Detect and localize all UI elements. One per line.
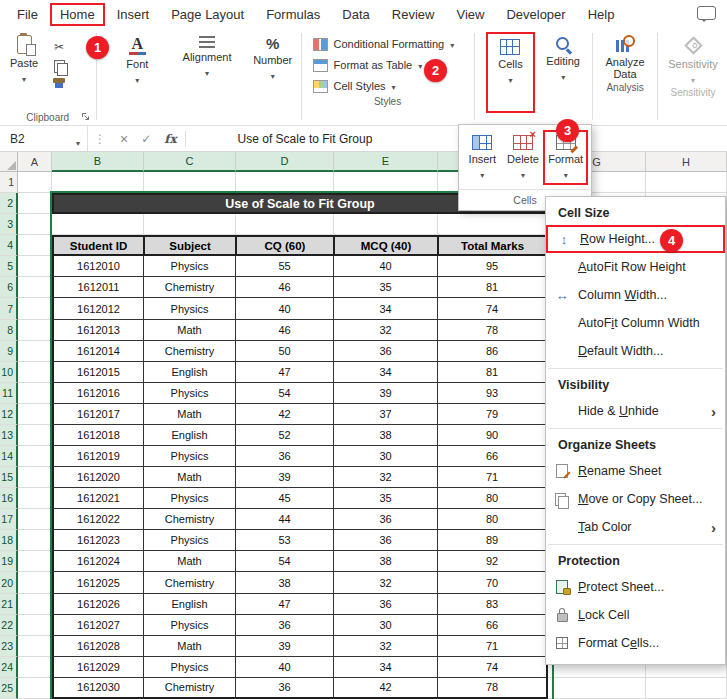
menu-item-autofit-row-height[interactable]: AutoFit Row Height bbox=[546, 253, 725, 281]
cell-F13[interactable]: 90 bbox=[438, 425, 548, 446]
row-header-18[interactable]: 18 bbox=[0, 530, 18, 551]
row-header-8[interactable]: 8 bbox=[0, 320, 18, 341]
menu-item-protect-sheet[interactable]: Protect Sheet... bbox=[546, 573, 725, 601]
cell-F17[interactable]: 80 bbox=[438, 509, 548, 530]
cell-C5[interactable]: Physics bbox=[144, 256, 236, 277]
cell-A7[interactable] bbox=[18, 298, 52, 319]
row-header-23[interactable]: 23 bbox=[0, 636, 18, 657]
cell-D10[interactable]: 47 bbox=[236, 362, 334, 383]
row-header-14[interactable]: 14 bbox=[0, 446, 18, 467]
cell-F12[interactable]: 79 bbox=[438, 404, 548, 425]
comment-icon[interactable] bbox=[697, 6, 716, 20]
row-header-13[interactable]: 13 bbox=[0, 425, 18, 446]
cell-D3[interactable] bbox=[236, 214, 334, 235]
editing-group-button[interactable]: Editing bbox=[537, 28, 589, 125]
row-header-1[interactable]: 1 bbox=[0, 172, 18, 193]
cell-B1[interactable] bbox=[52, 172, 144, 193]
cell-A19[interactable] bbox=[18, 551, 52, 572]
cell-D13[interactable]: 52 bbox=[236, 425, 334, 446]
cell-B17[interactable]: 1612022 bbox=[52, 509, 144, 530]
cell-E15[interactable]: 32 bbox=[334, 467, 438, 488]
cell-E25[interactable]: 42 bbox=[334, 678, 438, 699]
cell-A2[interactable] bbox=[18, 193, 52, 214]
cell-B3[interactable] bbox=[52, 214, 144, 235]
cell-B13[interactable]: 1612018 bbox=[52, 425, 144, 446]
cell-D11[interactable]: 54 bbox=[236, 383, 334, 404]
enter-icon[interactable] bbox=[141, 132, 151, 146]
menu-item-column-width[interactable]: Column Width... bbox=[546, 281, 725, 309]
cell-E11[interactable]: 39 bbox=[334, 383, 438, 404]
menu-item-rename-sheet[interactable]: Rename Sheet bbox=[546, 457, 725, 485]
cell-B7[interactable]: 1612012 bbox=[52, 298, 144, 319]
tab-developer[interactable]: Developer bbox=[495, 2, 576, 27]
cell-D1[interactable] bbox=[236, 172, 334, 193]
cell-A8[interactable] bbox=[18, 320, 52, 341]
column-header-B[interactable]: B bbox=[52, 152, 144, 172]
row-header-20[interactable]: 20 bbox=[0, 572, 18, 593]
cell-F25[interactable]: 78 bbox=[438, 678, 548, 699]
cell-C3[interactable] bbox=[144, 214, 236, 235]
menu-item-autofit-column-width[interactable]: AutoFit Column Width bbox=[546, 309, 725, 337]
font-group-button[interactable]: Font bbox=[110, 28, 164, 125]
column-header-A[interactable]: A bbox=[18, 152, 52, 172]
cell-E5[interactable]: 40 bbox=[334, 256, 438, 277]
cell-C9[interactable]: Chemistry bbox=[144, 341, 236, 362]
cell-D19[interactable]: 54 bbox=[236, 551, 334, 572]
menu-item-format-cells[interactable]: Format Cells... bbox=[546, 629, 725, 657]
format-painter-icon[interactable] bbox=[53, 78, 65, 83]
cell-C13[interactable]: English bbox=[144, 425, 236, 446]
cell-C6[interactable]: Chemistry bbox=[144, 277, 236, 298]
cell-C20[interactable]: Chemistry bbox=[144, 572, 236, 593]
cell-A4[interactable] bbox=[18, 235, 52, 256]
cell-A5[interactable] bbox=[18, 256, 52, 277]
cell-B16[interactable]: 1612021 bbox=[52, 488, 144, 509]
cell-C17[interactable]: Chemistry bbox=[144, 509, 236, 530]
tab-review[interactable]: Review bbox=[381, 2, 446, 27]
row-header-3[interactable]: 3 bbox=[0, 214, 18, 235]
cell-B19[interactable]: 1612024 bbox=[52, 551, 144, 572]
column-header-C[interactable]: C bbox=[144, 152, 236, 172]
cell-B8[interactable]: 1612013 bbox=[52, 320, 144, 341]
menu-item-lock-cell[interactable]: Lock Cell bbox=[546, 601, 725, 629]
menu-item-tab-color[interactable]: Tab Color bbox=[546, 513, 725, 541]
cell-E8[interactable]: 32 bbox=[334, 320, 438, 341]
name-box[interactable]: B2 bbox=[0, 126, 88, 151]
cell-F10[interactable]: 81 bbox=[438, 362, 548, 383]
cell-B10[interactable]: 1612015 bbox=[52, 362, 144, 383]
cell-C1[interactable] bbox=[144, 172, 236, 193]
cell-A14[interactable] bbox=[18, 446, 52, 467]
row-header-11[interactable]: 11 bbox=[0, 383, 18, 404]
tab-insert[interactable]: Insert bbox=[106, 2, 161, 27]
clipboard-dialog-launcher-icon[interactable] bbox=[81, 112, 90, 123]
cell-A17[interactable] bbox=[18, 509, 52, 530]
cell-D12[interactable]: 42 bbox=[236, 404, 334, 425]
cell-D8[interactable]: 46 bbox=[236, 320, 334, 341]
cell-E6[interactable]: 35 bbox=[334, 277, 438, 298]
cell-E20[interactable]: 32 bbox=[334, 572, 438, 593]
cancel-icon[interactable] bbox=[120, 131, 128, 147]
tab-formulas[interactable]: Formulas bbox=[255, 2, 331, 27]
cell-B14[interactable]: 1612019 bbox=[52, 446, 144, 467]
cells-group-button[interactable]: Cells bbox=[486, 32, 536, 113]
cell-D17[interactable]: 44 bbox=[236, 509, 334, 530]
cell-E17[interactable]: 36 bbox=[334, 509, 438, 530]
cell-D20[interactable]: 38 bbox=[236, 572, 334, 593]
cell-E12[interactable]: 37 bbox=[334, 404, 438, 425]
cell-E10[interactable]: 34 bbox=[334, 362, 438, 383]
row-header-4[interactable]: 4 bbox=[0, 235, 18, 256]
sensitivity-button[interactable]: Sensitivity bbox=[661, 28, 725, 85]
cell-A15[interactable] bbox=[18, 467, 52, 488]
cell-D9[interactable]: 50 bbox=[236, 341, 334, 362]
row-header-22[interactable]: 22 bbox=[0, 615, 18, 636]
select-all-corner[interactable] bbox=[0, 152, 18, 172]
cell-B11[interactable]: 1612016 bbox=[52, 383, 144, 404]
cell-C8[interactable]: Math bbox=[144, 320, 236, 341]
cell-C18[interactable]: Physics bbox=[144, 530, 236, 551]
cell-F5[interactable]: 95 bbox=[438, 256, 548, 277]
cell-B22[interactable]: 1612027 bbox=[52, 615, 144, 636]
cell-A22[interactable] bbox=[18, 615, 52, 636]
cell-A13[interactable] bbox=[18, 425, 52, 446]
cell-C7[interactable]: Physics bbox=[144, 298, 236, 319]
cell-B21[interactable]: 1612026 bbox=[52, 594, 144, 615]
cell-A9[interactable] bbox=[18, 341, 52, 362]
